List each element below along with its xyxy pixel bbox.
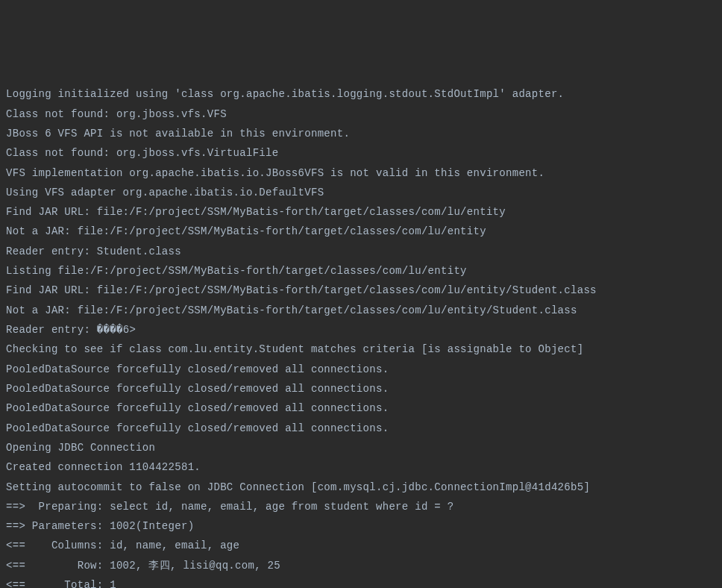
log-line: Not a JAR: file:/F:/project/SSM/MyBatis-… — [6, 222, 716, 241]
log-line: Class not found: org.jboss.vfs.VirtualFi… — [6, 143, 716, 163]
log-line: Find JAR URL: file:/F:/project/SSM/MyBat… — [6, 202, 716, 222]
log-line: PooledDataSource forcefully closed/remov… — [6, 398, 716, 418]
log-line: VFS implementation org.apache.ibatis.io.… — [6, 163, 716, 183]
log-line: Reader entry: ����6> — [6, 320, 716, 340]
log-line: <== Row: 1002, 李四, lisi@qq.com, 25 — [6, 556, 716, 575]
log-line: Find JAR URL: file:/F:/project/SSM/MyBat… — [6, 281, 716, 300]
log-line: <== Columns: id, name, email, age — [6, 536, 716, 555]
log-line: PooledDataSource forcefully closed/remov… — [6, 419, 716, 438]
log-line: PooledDataSource forcefully closed/remov… — [6, 379, 716, 398]
log-line: JBoss 6 VFS API is not available in this… — [6, 124, 716, 143]
log-line: Using VFS adapter org.apache.ibatis.io.D… — [6, 183, 716, 202]
log-line: PooledDataSource forcefully closed/remov… — [6, 360, 716, 379]
log-line: ==> Parameters: 1002(Integer) — [6, 516, 716, 536]
log-line: Checking to see if class com.lu.entity.S… — [6, 340, 716, 359]
log-line: Created connection 1104422581. — [6, 457, 716, 477]
log-line: ==> Preparing: select id, name, email, a… — [6, 497, 716, 516]
log-line: Listing file:/F:/project/SSM/MyBatis-for… — [6, 261, 716, 281]
log-line: Logging initialized using 'class org.apa… — [6, 84, 716, 104]
log-line: Setting autocommit to false on JDBC Conn… — [6, 478, 716, 497]
log-line: Reader entry: Student.class — [6, 242, 716, 261]
console-output: Logging initialized using 'class org.apa… — [6, 84, 716, 588]
log-line: <== Total: 1 — [6, 575, 716, 588]
log-line: Opening JDBC Connection — [6, 438, 716, 457]
log-line: Class not found: org.jboss.vfs.VFS — [6, 104, 716, 124]
log-line: Not a JAR: file:/F:/project/SSM/MyBatis-… — [6, 301, 716, 320]
